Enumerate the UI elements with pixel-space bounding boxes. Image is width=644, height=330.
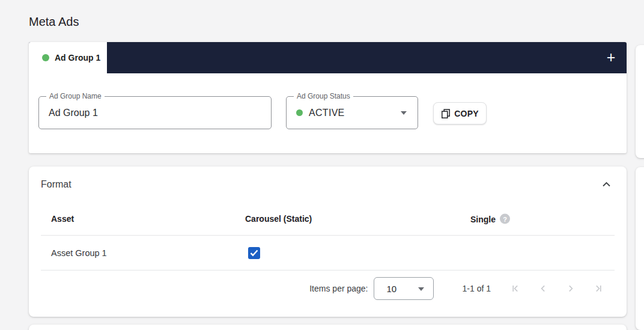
last-page-button[interactable]: [591, 281, 606, 296]
next-card-edge: [29, 325, 627, 330]
first-page-button[interactable]: [508, 281, 523, 296]
first-page-icon: [508, 281, 523, 296]
plus-icon: +: [607, 49, 616, 66]
chevron-down-icon: [401, 111, 407, 115]
format-section-header: Format: [29, 167, 627, 203]
active-status-dot-icon: [42, 54, 49, 61]
carousel-static-checkbox[interactable]: [248, 247, 260, 259]
help-icon[interactable]: ?: [500, 214, 510, 224]
items-per-page-label: Items per page:: [309, 284, 368, 293]
adjacent-card-edge-bottom: [636, 167, 644, 330]
ad-group-card: Ad Group 1 + Ad Group Name Ad Group 1 Ad…: [29, 42, 627, 153]
ad-group-name-value: Ad Group 1: [49, 108, 98, 118]
table-paginator: Items per page: 10 1-1 of 1: [29, 270, 627, 307]
previous-page-button[interactable]: [536, 281, 550, 296]
column-header-asset: Asset: [51, 214, 74, 224]
ad-group-status-select[interactable]: Ad Group Status ACTIVE: [286, 96, 418, 129]
next-page-button[interactable]: [564, 281, 578, 296]
page-size-value: 10: [387, 284, 397, 294]
ad-group-name-field[interactable]: Ad Group Name Ad Group 1: [38, 96, 272, 129]
last-page-icon: [591, 281, 606, 296]
chevron-right-icon: [564, 281, 578, 296]
table-row: Asset Group 1: [41, 236, 615, 270]
paginator-range-label: 1-1 of 1: [463, 284, 491, 293]
chevron-down-icon: [418, 287, 424, 291]
chevron-left-icon: [536, 281, 550, 296]
tab-label: Ad Group 1: [55, 53, 100, 63]
ad-group-tabbar: Ad Group 1 +: [29, 42, 627, 73]
column-header-carousel-static: Carousel (Static): [245, 214, 312, 224]
add-ad-group-button[interactable]: +: [604, 50, 618, 65]
page-size-select[interactable]: 10: [374, 277, 434, 300]
tab-ad-group-1[interactable]: Ad Group 1: [29, 42, 107, 73]
status-active-dot-icon: [296, 109, 303, 116]
checkmark-icon: [250, 249, 258, 257]
page-title: Meta Ads: [29, 15, 79, 29]
copy-button-label: COPY: [454, 109, 478, 118]
table-header-row: Asset Carousel (Static) Single ?: [41, 203, 615, 236]
collapse-section-button[interactable]: [602, 182, 611, 188]
format-section-title: Format: [41, 179, 71, 190]
copy-button[interactable]: COPY: [433, 102, 487, 124]
chevron-up-icon: [602, 182, 611, 188]
copy-icon: [441, 109, 451, 118]
format-card: Format Asset Carousel (Static) Single ? …: [29, 167, 627, 317]
ad-group-name-label: Ad Group Name: [46, 92, 105, 100]
ad-group-status-value: ACTIVE: [309, 108, 345, 118]
ad-group-status-label: Ad Group Status: [294, 92, 353, 100]
column-header-single: Single ?: [470, 214, 510, 224]
adjacent-card-edge-top: [636, 45, 644, 158]
asset-group-name: Asset Group 1: [51, 248, 107, 258]
